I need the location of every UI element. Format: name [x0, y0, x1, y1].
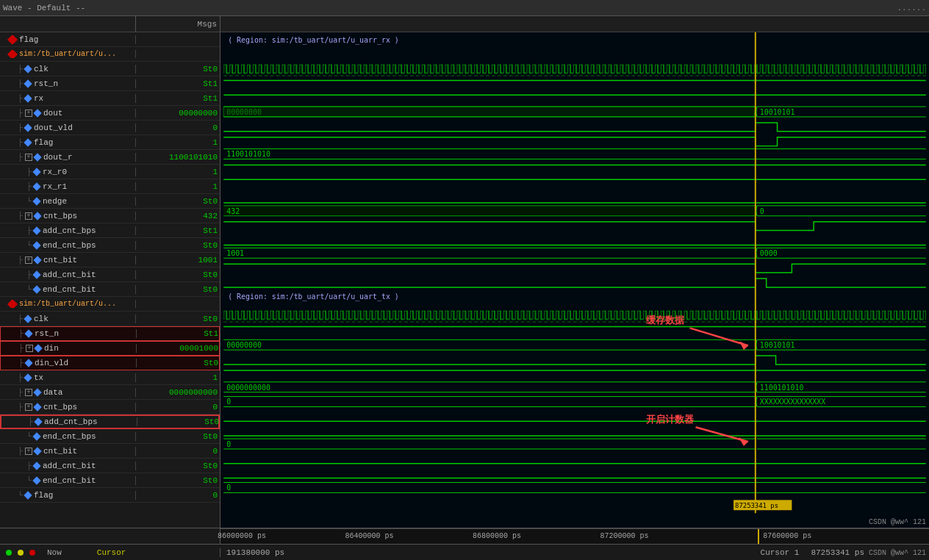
signal-value-rx-r0: 1	[136, 168, 220, 176]
timeline-label-5: 87600000 ps	[763, 532, 811, 540]
expand-cnt-bit[interactable]: +	[25, 256, 32, 264]
signal-row-flag2[interactable]: └ flag 0	[0, 488, 220, 503]
signal-name-rst-n2: ├ rst_n	[1, 329, 137, 338]
svg-text:XXXXXXXXXXXXXXX: XXXXXXXXXXXXXXX	[760, 398, 825, 406]
timeline-label-4: 87200000 ps	[600, 532, 648, 540]
signal-value-cnt-bit: 1001	[136, 256, 220, 265]
signal-row-din[interactable]: ├ + din 00001000	[0, 341, 220, 356]
signal-row-cnt-bps[interactable]: ├ + cnt_bps 432	[0, 209, 220, 223]
signal-name-header	[0, 16, 136, 32]
diamond-icon-flag-inner	[24, 138, 32, 146]
signal-name-din-vld: ├ din_vld	[1, 359, 137, 367]
signal-name-add-cnt-bps2: ├ add_cnt_bps	[1, 417, 137, 426]
svg-text:0: 0	[226, 484, 231, 492]
expand-cnt-bit2[interactable]: +	[25, 448, 32, 455]
diamond-icon-add-cnt-bit2	[32, 462, 40, 470]
signal-value-rst-n2: St1	[137, 329, 220, 338]
signal-row-rst-n2[interactable]: ├ rst_n St1	[0, 326, 220, 341]
signal-row-cnt-bps2[interactable]: ├ + cnt_bps 0	[0, 400, 220, 414]
diamond-icon-add-cnt-bit	[32, 270, 40, 279]
signal-name-nedge: └ nedge	[0, 197, 136, 206]
signal-row-group1[interactable]: sim:/tb_uart/uart/u...	[0, 47, 220, 62]
svg-text:0: 0	[760, 207, 764, 215]
svg-text:1100101010: 1100101010	[760, 384, 804, 392]
signal-name-add-cnt-bit: ├ add_cnt_bit	[0, 270, 136, 279]
signal-row-nedge[interactable]: └ nedge St0	[0, 194, 220, 209]
signal-row-add-cnt-bps[interactable]: ├ add_cnt_bps St1	[0, 223, 220, 238]
signal-row-cnt-bit2[interactable]: ├ + cnt_bit 0	[0, 444, 220, 459]
diamond-icon-cnt-bit2	[33, 447, 41, 455]
tree-line-cnt-bps2: ├	[18, 403, 25, 412]
signal-row-rx-r0[interactable]: ├ rx_r0 1	[0, 165, 220, 179]
tree-line-cnt-bit2: ├	[18, 447, 25, 456]
signal-row-clk2[interactable]: ├ clk St0	[0, 312, 220, 326]
now-label: Now	[47, 548, 62, 557]
signal-row-flag-inner[interactable]: ├ flag 1	[0, 135, 220, 150]
diamond-icon-group1	[7, 50, 18, 58]
signal-row-end-cnt-bit2[interactable]: └ end_cnt_bit St0	[0, 473, 220, 488]
signal-row-end-cnt-bps2[interactable]: └ end_cnt_bps St0	[0, 429, 220, 444]
status-left: Now Cursor	[0, 548, 220, 557]
signal-row-din-vld[interactable]: ├ din_vld St0	[0, 356, 220, 370]
signal-row-clk[interactable]: ├ clk St0	[0, 62, 220, 76]
signal-panel: flag sim:/tb_uart/uart/u... ├ clk St0 ├	[0, 32, 220, 528]
signal-value-rx-r1: 1	[136, 182, 220, 191]
cursor-display-label: Cursor	[97, 548, 126, 557]
signal-name-cnt-bit2: ├ + cnt_bit	[0, 447, 136, 456]
signal-row-dout-vld[interactable]: ├ dout_vld 0	[0, 121, 220, 135]
signal-row-dout-r[interactable]: ├ + dout_r 1100101010	[0, 150, 220, 165]
svg-text:87253341 ps: 87253341 ps	[735, 502, 778, 509]
expand-cnt-bps2[interactable]: +	[25, 403, 32, 411]
timeline-labels: 86000000 ps 86400000 ps 86800000 ps 8720…	[220, 528, 929, 544]
tree-line-cnt-bit: ├	[18, 256, 25, 265]
expand-data[interactable]: +	[25, 389, 32, 396]
cursor-tick	[758, 529, 759, 544]
signal-value-end-cnt-bit2: St0	[136, 476, 220, 485]
signal-name-cnt-bit: ├ + cnt_bit	[0, 256, 136, 265]
wave-panel[interactable]: ( Region: sim:/tb_uart/uart/u_uarr_rx ) …	[220, 32, 929, 528]
signal-value-clk2: St0	[136, 315, 220, 323]
signal-row-group2[interactable]: sim:/tb_uart/uart/u...	[0, 297, 220, 312]
diamond-icon-rst-n	[24, 79, 32, 87]
signal-name-rx-r0: ├ rx_r0	[0, 168, 136, 176]
diamond-icon-flag-top	[7, 35, 18, 44]
toolbar: Wave - Default -- ......	[0, 0, 929, 16]
signal-row-add-cnt-bps2[interactable]: ├ add_cnt_bps St0	[0, 414, 220, 429]
expand-din[interactable]: +	[26, 345, 33, 352]
signal-value-cnt-bit2: 0	[136, 447, 220, 456]
diamond-icon-end-cnt-bit	[32, 285, 40, 293]
signal-row-data[interactable]: ├ + data 0000000000	[0, 385, 220, 400]
signal-row-tx[interactable]: ├ tx 1	[0, 370, 220, 385]
signal-value-add-cnt-bps: St1	[136, 226, 220, 235]
expand-dout[interactable]: +	[25, 110, 32, 117]
status-dot-red	[29, 550, 35, 556]
svg-text:10010101: 10010101	[760, 108, 795, 116]
diamond-icon-group2	[7, 300, 18, 308]
waveform-svg: ( Region: sim:/tb_uart/uart/u_uarr_rx ) …	[220, 32, 929, 528]
signal-row-rx-r1[interactable]: ├ rx_r1 1	[0, 179, 220, 194]
signal-name-end-cnt-bit2: └ end_cnt_bit	[0, 476, 136, 485]
signal-name-flag-inner: ├ flag	[0, 138, 136, 147]
diamond-icon-dout	[33, 109, 41, 117]
svg-rect-18	[223, 206, 756, 216]
signal-row-add-cnt-bit[interactable]: ├ add_cnt_bit St0	[0, 268, 220, 282]
signal-row-rst-n[interactable]: ├ rst_n St1	[0, 76, 220, 91]
signal-row-cnt-bit[interactable]: ├ + cnt_bit 1001	[0, 253, 220, 268]
signal-name-end-cnt-bit: └ end_cnt_bit	[0, 285, 136, 294]
signal-row-add-cnt-bit2[interactable]: ├ add_cnt_bit St0	[0, 459, 220, 473]
diamond-icon-rx-r0	[32, 168, 40, 176]
signal-name-rst-n: ├ rst_n	[0, 79, 136, 88]
signal-row-dout[interactable]: ├ + dout 00000000	[0, 106, 220, 121]
signal-row-flag-top[interactable]: flag	[0, 32, 220, 47]
diamond-icon-add-cnt-bps	[32, 226, 40, 234]
signal-row-rx[interactable]: ├ rx St1	[0, 91, 220, 106]
expand-dout-r[interactable]: +	[25, 154, 32, 161]
signal-row-end-cnt-bit[interactable]: └ end_cnt_bit St0	[0, 282, 220, 297]
signal-name-add-cnt-bit2: ├ add_cnt_bit	[0, 462, 136, 470]
diamond-icon-dout-r	[33, 153, 41, 161]
diamond-icon-cnt-bps	[33, 212, 41, 220]
signal-row-end-cnt-bps[interactable]: └ end_cnt_bps St0	[0, 238, 220, 253]
diamond-icon-add-cnt-bps2	[34, 417, 42, 426]
expand-cnt-bps[interactable]: +	[25, 212, 32, 220]
diamond-icon-clk	[24, 65, 32, 73]
